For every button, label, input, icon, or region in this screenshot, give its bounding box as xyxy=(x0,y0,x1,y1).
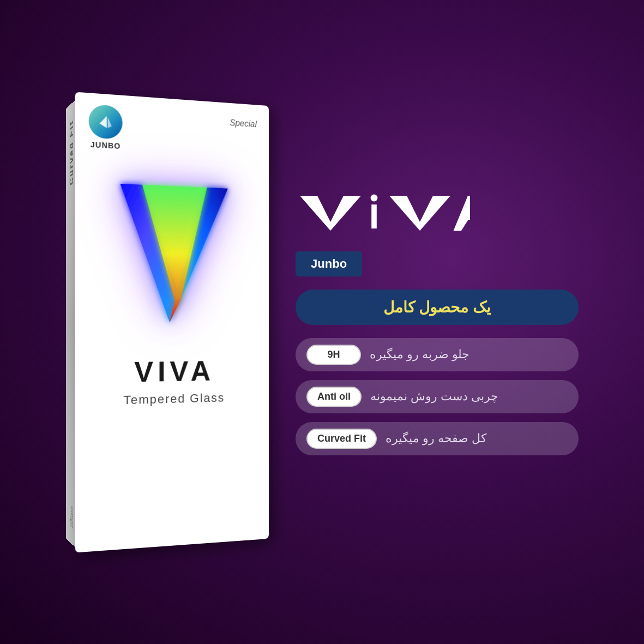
product-box-wrapper: Curved Fit #Glass xyxy=(55,77,296,568)
label-9h: جلو ضربه رو میگیره xyxy=(370,347,470,362)
tempered-glass-text: Tempered Glass xyxy=(123,390,225,407)
svg-marker-3 xyxy=(454,196,470,231)
main-container: Curved Fit #Glass xyxy=(22,36,622,609)
product-info: Junbo یک محصول کامل 9H جلو ضربه رو میگیر… xyxy=(296,189,589,455)
feature-row-9h: 9H جلو ضربه رو میگیره xyxy=(296,338,578,371)
badge-curved-fit: Curved Fit xyxy=(306,429,377,449)
sail-icon xyxy=(95,111,116,132)
product-box: Curved Fit #Glass xyxy=(52,90,279,554)
junbo-badge: Junbo xyxy=(296,251,362,276)
viva-box-brand: VIVA xyxy=(134,354,215,388)
v-logo-container xyxy=(98,160,248,350)
junbo-logo: JUNBO xyxy=(88,104,122,150)
label-anti-oil: چربی دست روش نمیمونه xyxy=(370,389,498,404)
feature-row-anti-oil: Anti oil چربی دست روش نمیمونه xyxy=(296,380,578,413)
complete-product-badge: یک محصول کامل xyxy=(296,290,578,325)
side-hashtag: #Glass xyxy=(69,504,73,529)
viva-logo-icon xyxy=(296,189,470,233)
svg-point-1 xyxy=(371,194,378,201)
feature-row-curved-fit: Curved Fit کل صفحه رو میگیره xyxy=(296,422,578,455)
viva-logo-large xyxy=(296,189,578,233)
logo-circle xyxy=(88,104,122,139)
badge-9h: 9H xyxy=(306,345,361,365)
side-curved-fit: Curved Fit xyxy=(69,117,74,186)
special-label: Special xyxy=(230,113,257,129)
box-front: JUNBO Special xyxy=(75,92,269,552)
box-top-row: JUNBO Special xyxy=(75,92,269,164)
features-list: 9H جلو ضربه رو میگیره Anti oil چربی دست … xyxy=(296,338,578,455)
svg-rect-2 xyxy=(371,204,377,228)
junbo-logo-text: JUNBO xyxy=(90,140,121,150)
rainbow-v-icon xyxy=(109,172,238,339)
label-curved-fit: کل صفحه رو میگیره xyxy=(386,431,486,446)
badge-anti-oil: Anti oil xyxy=(306,387,362,407)
